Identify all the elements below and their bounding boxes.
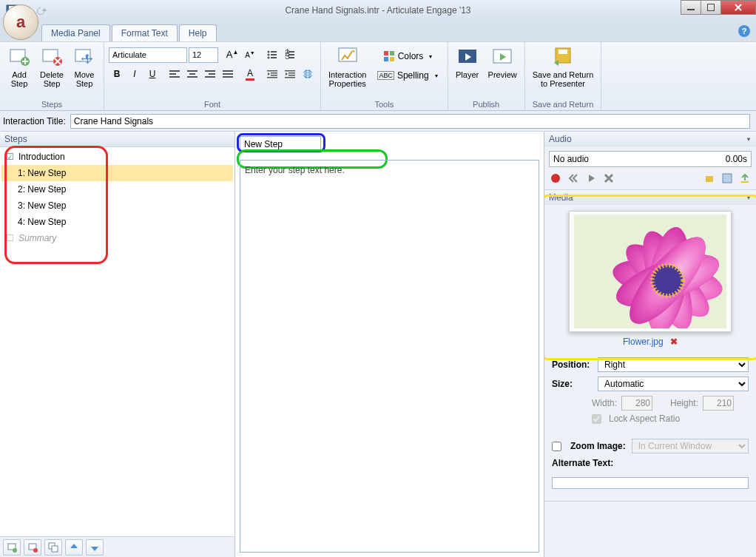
redo-icon[interactable] — [37, 5, 47, 16]
move-up-button[interactable] — [65, 539, 83, 556]
duplicate-step-button[interactable] — [44, 539, 62, 556]
audio-status: No audio 0.00s — [549, 151, 752, 167]
step-body-textarea[interactable]: Enter your step text here. — [240, 160, 539, 553]
delete-step-toolbar-button[interactable] — [24, 539, 41, 556]
save-return-icon — [551, 45, 575, 69]
window-controls — [681, 0, 756, 15]
remove-media-button[interactable]: ✖ — [670, 337, 678, 347]
align-center-button[interactable] — [184, 66, 200, 82]
align-justify-button[interactable] — [220, 66, 236, 82]
alt-text-row: Alternate Text: — [552, 458, 749, 489]
main-area: Steps Introduction 1: New Step 2: New St… — [0, 132, 756, 557]
font-size-select[interactable]: 12 — [189, 47, 218, 63]
maximize-button[interactable] — [701, 0, 721, 15]
media-section-header[interactable]: Media▼ — [544, 190, 756, 205]
audio-editor-button[interactable] — [720, 172, 734, 185]
tab-format-text[interactable]: Format Text — [112, 24, 178, 41]
position-select[interactable]: Right — [598, 357, 749, 372]
zoom-image-checkbox[interactable] — [552, 442, 561, 451]
add-step-icon — [7, 45, 31, 69]
steps-item-label: 2: New Step — [18, 184, 66, 195]
height-label: Height: — [670, 398, 698, 408]
svg-rect-37 — [267, 77, 277, 78]
decrease-indent-button[interactable] — [264, 66, 280, 82]
add-step-button[interactable]: Add Step — [4, 44, 34, 90]
ribbon-group-save-return: Save and Return to Presenter Save and Re… — [525, 42, 602, 110]
svg-rect-23 — [169, 73, 176, 75]
svg-rect-21 — [288, 57, 294, 58]
step-title-input[interactable] — [240, 136, 321, 152]
move-down-button[interactable] — [86, 539, 104, 556]
record-button[interactable] — [549, 172, 562, 185]
steps-item-introduction[interactable]: Introduction — [1, 149, 233, 165]
interaction-title-input[interactable] — [70, 114, 750, 129]
media-section: Media▼ — [544, 190, 756, 502]
steps-item-1[interactable]: 1: New Step — [1, 165, 233, 181]
save-return-button[interactable]: Save and Return to Presenter — [530, 44, 597, 90]
italic-button[interactable]: I — [126, 66, 143, 82]
svg-rect-33 — [223, 76, 233, 78]
steps-item-4[interactable]: 4: New Step — [1, 214, 233, 230]
audio-duration: 0.00s — [726, 154, 747, 164]
preview-label: Preview — [488, 70, 517, 79]
steps-item-summary[interactable]: Summary — [1, 230, 233, 246]
grow-font-button[interactable]: A▲ — [224, 47, 240, 63]
steps-item-label: 3: New Step — [18, 200, 66, 211]
steps-item-3[interactable]: 3: New Step — [1, 198, 233, 214]
interaction-properties-button[interactable]: Interaction Properties — [325, 44, 369, 90]
underline-button[interactable]: U — [144, 66, 161, 82]
align-left-button[interactable] — [166, 66, 183, 82]
move-step-icon — [72, 45, 96, 69]
lock-aspect-label: Lock Aspect Ratio — [609, 413, 680, 424]
preview-button[interactable]: Preview — [485, 44, 520, 81]
svg-rect-46 — [390, 51, 394, 55]
close-button[interactable] — [720, 0, 756, 15]
steps-toolbar — [0, 536, 234, 557]
zoom-select: In Current Window — [632, 439, 749, 453]
delete-step-icon — [40, 45, 64, 69]
bullets-button[interactable] — [264, 47, 280, 63]
font-family-select[interactable]: Articulate — [109, 47, 187, 63]
colors-button[interactable]: Colors▾ — [372, 48, 442, 64]
delete-step-button[interactable]: Delete Step — [37, 44, 67, 90]
hyperlink-button[interactable] — [300, 66, 316, 82]
shrink-font-button[interactable]: A▼ — [242, 47, 258, 63]
export-audio-button[interactable] — [738, 172, 752, 185]
help-icon[interactable]: ? — [738, 25, 750, 37]
font-color-button[interactable]: A — [242, 66, 258, 82]
audio-section: Audio▼ No audio 0.00s — [544, 132, 756, 190]
numbering-button[interactable]: 123 — [282, 47, 298, 63]
new-step-button[interactable] — [3, 539, 21, 556]
app-menu-button[interactable]: a — [3, 4, 38, 40]
player-button[interactable]: Player — [453, 44, 482, 81]
lock-aspect-row: Lock Aspect Ratio — [592, 413, 749, 424]
media-filename-link[interactable]: Flower.jpg — [623, 337, 664, 347]
size-select[interactable]: Automatic — [598, 377, 749, 391]
move-step-button[interactable]: Move Step — [70, 44, 99, 90]
ribbon-group-tools-label: Tools — [325, 98, 443, 110]
width-input — [621, 396, 652, 411]
steps-item-label: 4: New Step — [18, 217, 66, 227]
remove-audio-button[interactable] — [602, 172, 615, 185]
media-thumbnail[interactable] — [569, 211, 732, 332]
spelling-button[interactable]: ABC Spelling▾ — [372, 67, 442, 84]
properties-icon — [336, 45, 360, 69]
audio-section-header[interactable]: Audio▼ — [544, 132, 756, 146]
import-audio-button[interactable] — [703, 172, 716, 185]
tab-help[interactable]: Help — [179, 24, 217, 41]
minimize-button[interactable] — [681, 0, 701, 15]
tab-media-panel[interactable]: Media Panel — [41, 24, 110, 41]
svg-rect-28 — [205, 70, 215, 72]
align-right-button[interactable] — [202, 66, 218, 82]
delete-step-label: Delete Step — [40, 70, 64, 88]
rewind-button[interactable] — [567, 172, 580, 185]
bold-button[interactable]: B — [109, 66, 125, 82]
chevron-down-icon: ▼ — [746, 195, 752, 201]
alt-text-input[interactable] — [552, 477, 749, 489]
play-button[interactable] — [584, 172, 598, 185]
media-header-label: Media — [549, 192, 573, 203]
increase-indent-button[interactable] — [282, 66, 298, 82]
svg-rect-45 — [384, 51, 388, 55]
steps-item-2[interactable]: 2: New Step — [1, 181, 233, 198]
size-label: Size: — [552, 379, 592, 389]
